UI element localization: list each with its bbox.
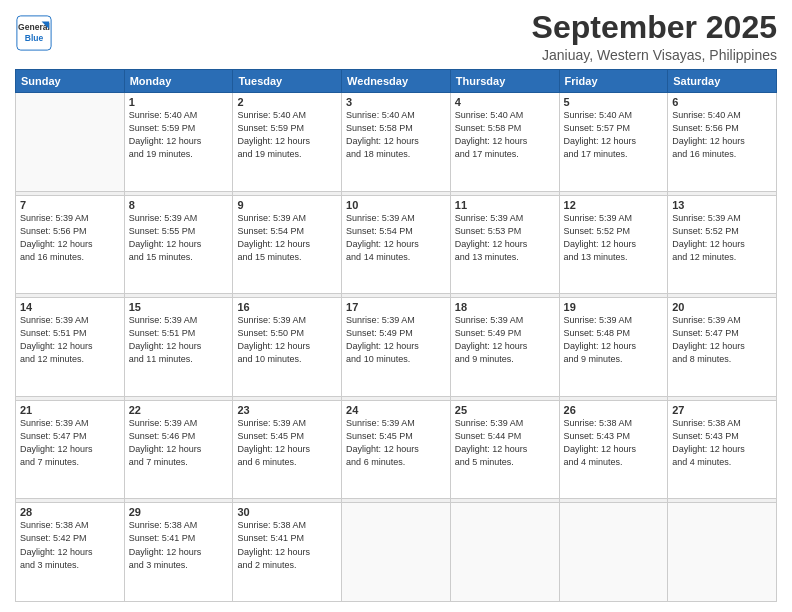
day-cell: 14Sunrise: 5:39 AMSunset: 5:51 PMDayligh… [16, 298, 125, 397]
day-cell: 20Sunrise: 5:39 AMSunset: 5:47 PMDayligh… [668, 298, 777, 397]
day-number: 4 [455, 96, 555, 108]
day-cell: 29Sunrise: 5:38 AMSunset: 5:41 PMDayligh… [124, 503, 233, 602]
day-number: 15 [129, 301, 229, 313]
day-cell [342, 503, 451, 602]
day-cell: 7Sunrise: 5:39 AMSunset: 5:56 PMDaylight… [16, 195, 125, 294]
day-info: Sunrise: 5:39 AMSunset: 5:51 PMDaylight:… [129, 314, 229, 366]
day-number: 28 [20, 506, 120, 518]
day-cell: 30Sunrise: 5:38 AMSunset: 5:41 PMDayligh… [233, 503, 342, 602]
day-info: Sunrise: 5:39 AMSunset: 5:54 PMDaylight:… [346, 212, 446, 264]
day-info: Sunrise: 5:38 AMSunset: 5:41 PMDaylight:… [237, 519, 337, 571]
weekday-header-friday: Friday [559, 70, 668, 93]
logo-icon: General Blue [15, 14, 53, 52]
day-cell: 25Sunrise: 5:39 AMSunset: 5:44 PMDayligh… [450, 400, 559, 499]
day-cell: 23Sunrise: 5:39 AMSunset: 5:45 PMDayligh… [233, 400, 342, 499]
day-number: 23 [237, 404, 337, 416]
day-number: 25 [455, 404, 555, 416]
week-row-4: 21Sunrise: 5:39 AMSunset: 5:47 PMDayligh… [16, 400, 777, 499]
day-number: 13 [672, 199, 772, 211]
day-info: Sunrise: 5:40 AMSunset: 5:58 PMDaylight:… [455, 109, 555, 161]
day-cell: 24Sunrise: 5:39 AMSunset: 5:45 PMDayligh… [342, 400, 451, 499]
calendar-table: SundayMondayTuesdayWednesdayThursdayFrid… [15, 69, 777, 602]
title-block: September 2025 Janiuay, Western Visayas,… [532, 10, 777, 63]
weekday-header-saturday: Saturday [668, 70, 777, 93]
day-number: 7 [20, 199, 120, 211]
day-number: 19 [564, 301, 664, 313]
day-cell: 17Sunrise: 5:39 AMSunset: 5:49 PMDayligh… [342, 298, 451, 397]
day-info: Sunrise: 5:38 AMSunset: 5:43 PMDaylight:… [672, 417, 772, 469]
day-number: 30 [237, 506, 337, 518]
day-cell: 9Sunrise: 5:39 AMSunset: 5:54 PMDaylight… [233, 195, 342, 294]
day-cell: 2Sunrise: 5:40 AMSunset: 5:59 PMDaylight… [233, 93, 342, 192]
day-info: Sunrise: 5:39 AMSunset: 5:49 PMDaylight:… [455, 314, 555, 366]
day-cell: 5Sunrise: 5:40 AMSunset: 5:57 PMDaylight… [559, 93, 668, 192]
day-number: 10 [346, 199, 446, 211]
page: General Blue September 2025 Janiuay, Wes… [0, 0, 792, 612]
day-cell [450, 503, 559, 602]
day-number: 11 [455, 199, 555, 211]
logo: General Blue [15, 14, 53, 52]
day-info: Sunrise: 5:40 AMSunset: 5:59 PMDaylight:… [237, 109, 337, 161]
day-number: 8 [129, 199, 229, 211]
day-number: 14 [20, 301, 120, 313]
day-info: Sunrise: 5:39 AMSunset: 5:48 PMDaylight:… [564, 314, 664, 366]
day-number: 20 [672, 301, 772, 313]
day-number: 29 [129, 506, 229, 518]
day-cell [559, 503, 668, 602]
day-info: Sunrise: 5:40 AMSunset: 5:59 PMDaylight:… [129, 109, 229, 161]
day-info: Sunrise: 5:39 AMSunset: 5:46 PMDaylight:… [129, 417, 229, 469]
day-cell: 10Sunrise: 5:39 AMSunset: 5:54 PMDayligh… [342, 195, 451, 294]
week-row-5: 28Sunrise: 5:38 AMSunset: 5:42 PMDayligh… [16, 503, 777, 602]
day-number: 17 [346, 301, 446, 313]
calendar-header-row: SundayMondayTuesdayWednesdayThursdayFrid… [16, 70, 777, 93]
day-info: Sunrise: 5:40 AMSunset: 5:57 PMDaylight:… [564, 109, 664, 161]
day-info: Sunrise: 5:39 AMSunset: 5:45 PMDaylight:… [237, 417, 337, 469]
day-number: 22 [129, 404, 229, 416]
weekday-header-thursday: Thursday [450, 70, 559, 93]
day-info: Sunrise: 5:39 AMSunset: 5:47 PMDaylight:… [672, 314, 772, 366]
day-info: Sunrise: 5:38 AMSunset: 5:41 PMDaylight:… [129, 519, 229, 571]
day-cell: 8Sunrise: 5:39 AMSunset: 5:55 PMDaylight… [124, 195, 233, 294]
day-cell: 28Sunrise: 5:38 AMSunset: 5:42 PMDayligh… [16, 503, 125, 602]
day-info: Sunrise: 5:39 AMSunset: 5:47 PMDaylight:… [20, 417, 120, 469]
day-cell: 19Sunrise: 5:39 AMSunset: 5:48 PMDayligh… [559, 298, 668, 397]
header: General Blue September 2025 Janiuay, Wes… [15, 10, 777, 63]
day-cell: 3Sunrise: 5:40 AMSunset: 5:58 PMDaylight… [342, 93, 451, 192]
day-cell: 15Sunrise: 5:39 AMSunset: 5:51 PMDayligh… [124, 298, 233, 397]
day-number: 9 [237, 199, 337, 211]
day-info: Sunrise: 5:39 AMSunset: 5:56 PMDaylight:… [20, 212, 120, 264]
day-number: 27 [672, 404, 772, 416]
day-cell: 26Sunrise: 5:38 AMSunset: 5:43 PMDayligh… [559, 400, 668, 499]
day-info: Sunrise: 5:39 AMSunset: 5:52 PMDaylight:… [672, 212, 772, 264]
day-info: Sunrise: 5:39 AMSunset: 5:53 PMDaylight:… [455, 212, 555, 264]
subtitle: Janiuay, Western Visayas, Philippines [532, 47, 777, 63]
weekday-header-sunday: Sunday [16, 70, 125, 93]
week-row-3: 14Sunrise: 5:39 AMSunset: 5:51 PMDayligh… [16, 298, 777, 397]
day-info: Sunrise: 5:39 AMSunset: 5:45 PMDaylight:… [346, 417, 446, 469]
day-info: Sunrise: 5:39 AMSunset: 5:44 PMDaylight:… [455, 417, 555, 469]
weekday-header-wednesday: Wednesday [342, 70, 451, 93]
day-info: Sunrise: 5:38 AMSunset: 5:43 PMDaylight:… [564, 417, 664, 469]
day-info: Sunrise: 5:40 AMSunset: 5:58 PMDaylight:… [346, 109, 446, 161]
day-cell [16, 93, 125, 192]
day-info: Sunrise: 5:39 AMSunset: 5:50 PMDaylight:… [237, 314, 337, 366]
day-number: 16 [237, 301, 337, 313]
day-number: 12 [564, 199, 664, 211]
day-info: Sunrise: 5:39 AMSunset: 5:51 PMDaylight:… [20, 314, 120, 366]
day-cell: 22Sunrise: 5:39 AMSunset: 5:46 PMDayligh… [124, 400, 233, 499]
day-info: Sunrise: 5:39 AMSunset: 5:49 PMDaylight:… [346, 314, 446, 366]
weekday-header-monday: Monday [124, 70, 233, 93]
day-number: 18 [455, 301, 555, 313]
day-number: 24 [346, 404, 446, 416]
day-cell: 1Sunrise: 5:40 AMSunset: 5:59 PMDaylight… [124, 93, 233, 192]
day-number: 6 [672, 96, 772, 108]
day-number: 1 [129, 96, 229, 108]
day-cell: 27Sunrise: 5:38 AMSunset: 5:43 PMDayligh… [668, 400, 777, 499]
day-info: Sunrise: 5:39 AMSunset: 5:54 PMDaylight:… [237, 212, 337, 264]
week-row-2: 7Sunrise: 5:39 AMSunset: 5:56 PMDaylight… [16, 195, 777, 294]
main-title: September 2025 [532, 10, 777, 45]
weekday-header-tuesday: Tuesday [233, 70, 342, 93]
day-number: 21 [20, 404, 120, 416]
day-number: 2 [237, 96, 337, 108]
day-number: 26 [564, 404, 664, 416]
